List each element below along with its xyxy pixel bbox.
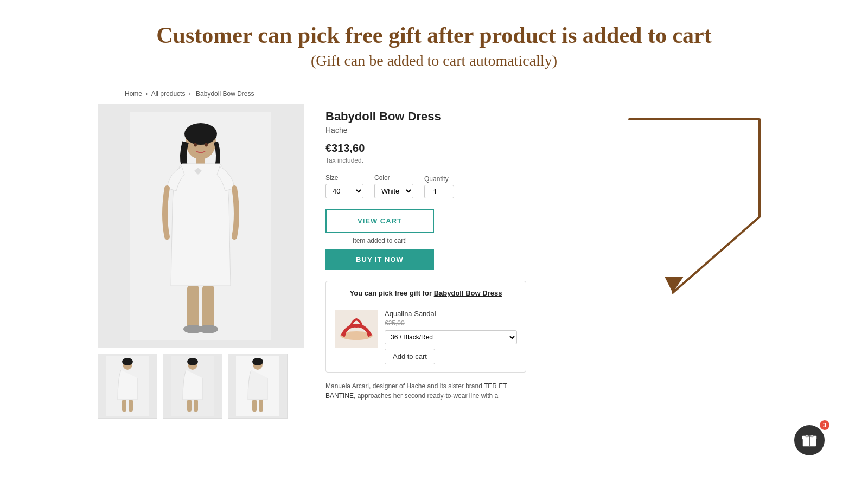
svg-rect-5 bbox=[202, 286, 214, 329]
size-label: Size bbox=[326, 174, 363, 182]
quantity-input[interactable] bbox=[424, 185, 454, 198]
gift-product-name[interactable]: Aqualina Sandal bbox=[385, 310, 517, 318]
thumbnail-2[interactable] bbox=[163, 354, 222, 419]
svg-point-22 bbox=[252, 358, 263, 365]
gift-product-price: €25,00 bbox=[385, 319, 517, 327]
product-image-svg bbox=[130, 112, 271, 340]
svg-rect-19 bbox=[194, 400, 198, 412]
svg-point-12 bbox=[122, 358, 133, 365]
svg-rect-18 bbox=[187, 400, 192, 412]
description-text-2: , approaches her second ready-to-wear li… bbox=[354, 392, 498, 400]
color-label: Color bbox=[374, 174, 413, 182]
svg-rect-23 bbox=[252, 400, 257, 412]
product-tax: Tax included. bbox=[326, 157, 542, 164]
product-description: Manuela Arcari, designer of Hache and it… bbox=[326, 381, 526, 401]
product-section: Babydoll Bow Dress Hache €313,60 Tax inc… bbox=[98, 104, 868, 419]
gift-section: You can pick free gift for Babydoll Bow … bbox=[326, 281, 526, 373]
svg-point-2 bbox=[184, 123, 217, 145]
color-option: Color White Black Blue bbox=[374, 174, 413, 198]
product-price: €313,60 bbox=[326, 142, 542, 155]
gift-title-link[interactable]: Babydoll Bow Dress bbox=[434, 289, 502, 297]
add-to-cart-button[interactable]: Add to cart bbox=[385, 349, 435, 364]
breadcrumb-all-products[interactable]: All products bbox=[151, 90, 186, 98]
thumbnail-1[interactable] bbox=[98, 354, 157, 419]
buy-now-button[interactable]: BUY IT NOW bbox=[326, 249, 434, 270]
gift-badge: 3 bbox=[820, 420, 829, 430]
gift-icon-button[interactable]: 3 bbox=[794, 425, 825, 455]
color-select[interactable]: White Black Blue bbox=[374, 184, 413, 198]
svg-point-8 bbox=[194, 143, 197, 147]
header-title: Customer can pick free gift after produc… bbox=[11, 22, 857, 49]
svg-point-9 bbox=[205, 143, 208, 147]
quantity-label: Quantity bbox=[424, 175, 454, 183]
item-added-text: Item added to cart! bbox=[326, 237, 434, 245]
breadcrumb: Home › All products › Babydoll Bow Dress bbox=[125, 90, 868, 98]
svg-point-17 bbox=[187, 358, 198, 365]
svg-rect-24 bbox=[259, 400, 263, 412]
size-select[interactable]: 40 38 42 44 bbox=[326, 184, 363, 198]
thumbnail-3[interactable] bbox=[228, 354, 288, 419]
options-row: Size 40 38 42 44 Color White Black Blue … bbox=[326, 174, 542, 198]
header-subtitle: (Gift can be added to cart automatically… bbox=[11, 52, 857, 69]
svg-rect-13 bbox=[122, 400, 126, 412]
gift-section-title: You can pick free gift for Babydoll Bow … bbox=[335, 289, 517, 303]
view-cart-button[interactable]: VIEW CART bbox=[326, 209, 434, 233]
gift-product-image bbox=[335, 310, 378, 348]
image-column bbox=[98, 104, 304, 419]
header-section: Customer can pick free gift after produc… bbox=[0, 0, 868, 80]
size-option: Size 40 38 42 44 bbox=[326, 174, 363, 198]
gift-details: Aqualina Sandal €25,00 36 / Black/Red 37… bbox=[385, 310, 517, 364]
svg-rect-14 bbox=[129, 400, 133, 412]
main-product-image bbox=[98, 104, 304, 348]
gift-item: Aqualina Sandal €25,00 36 / Black/Red 37… bbox=[335, 310, 517, 364]
product-brand: Hache bbox=[326, 126, 542, 134]
breadcrumb-home[interactable]: Home bbox=[125, 90, 142, 98]
product-info: Babydoll Bow Dress Hache €313,60 Tax inc… bbox=[326, 104, 542, 401]
quantity-option: Quantity bbox=[424, 175, 454, 198]
svg-point-7 bbox=[199, 325, 218, 333]
gift-variant-select[interactable]: 36 / Black/Red 37 / Black/Red 38 / Black… bbox=[385, 330, 517, 344]
gift-title-prefix: You can pick free gift for bbox=[350, 289, 434, 297]
svg-rect-4 bbox=[187, 286, 199, 329]
description-text-1: Manuela Arcari, designer of Hache and it… bbox=[326, 382, 484, 390]
product-name: Babydoll Bow Dress bbox=[326, 110, 542, 124]
thumbnail-row bbox=[98, 354, 304, 419]
breadcrumb-product: Babydoll Bow Dress bbox=[196, 90, 254, 98]
